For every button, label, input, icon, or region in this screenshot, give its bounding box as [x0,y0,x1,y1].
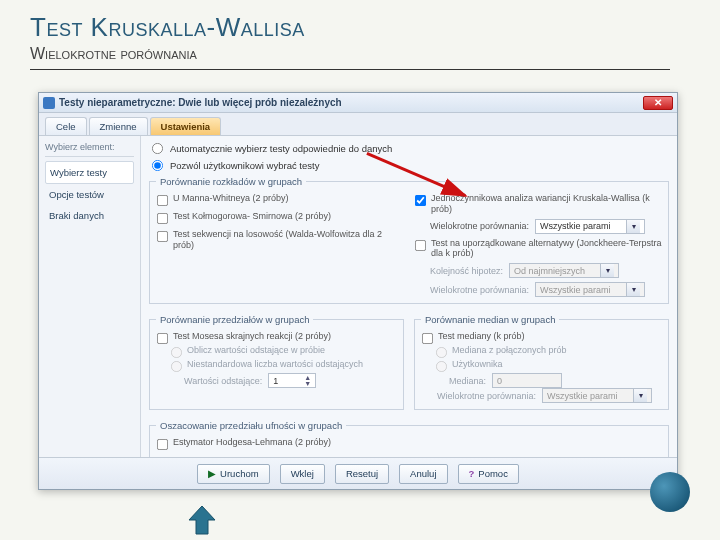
radio-median-pooled-label: Mediana z połączonych prób [452,345,567,356]
radio-median-pooled [436,347,447,358]
close-button[interactable]: ✕ [643,96,673,110]
tab-cele[interactable]: Cele [45,117,87,135]
jt-multicomp-value: Wszystkie parami [540,285,611,295]
chk-hodges-lehman-label: Estymator Hodgesa-Lehmana (2 próby) [173,437,331,448]
moses-outliers-label: Wartości odstające: [184,376,262,386]
jt-hyp-order-label: Kolejność hipotez: [430,266,503,276]
radio-moses-auto [171,347,182,358]
chk-kruskal-wallis[interactable] [415,195,426,206]
main-pane: Automatycznie wybierz testy odpowiednie … [141,136,677,476]
group-medians: Porównanie median w grupach Test mediany… [414,314,669,410]
paste-button[interactable]: Wklej [280,464,325,484]
chk-kolmogorov-label: Test Kołmogorowa- Smirnowa (2 próby) [173,211,331,222]
sidebar-header: Wybierz element: [45,142,134,157]
chk-hodges-lehman[interactable] [157,439,168,450]
help-icon: ? [469,468,475,479]
help-button[interactable]: ?Pomoc [458,464,519,484]
group-ranges: Porównanie przedziałów w grupach Test Mo… [149,314,404,410]
radio-auto-label: Automatycznie wybierz testy odpowiednie … [170,143,392,154]
radio-auto[interactable] [152,143,163,154]
tab-ustawienia[interactable]: Ustawienia [150,117,222,135]
group-distribution-legend: Porównanie rozkładów w grupach [156,176,306,187]
group-confidence-legend: Oszacowanie przedziału ufności w grupach [156,420,346,431]
play-icon: ▶ [208,468,216,479]
sidebar-item-opcje-testow[interactable]: Opcje testów [45,184,134,205]
radio-moses-custom [171,361,182,372]
dialog-window: Testy nieparametryczne: Dwie lub więcej … [38,92,678,490]
chk-moses-label: Test Mosesa skrajnych reakcji (2 próby) [173,331,331,342]
window-title: Testy nieparametryczne: Dwie lub więcej … [59,97,643,108]
tab-bar: Cele Zmienne Ustawienia [39,113,677,136]
median-value-label: Mediana: [449,376,486,386]
median-multicomp-dropdown: Wszystkie parami▾ [542,388,652,403]
chevron-down-icon: ▾ [600,264,614,277]
chk-mann-whitney[interactable] [157,195,168,206]
jt-hyp-order-dropdown: Od najmniejszych▾ [509,263,619,278]
moses-outliers-value: 1 [273,376,278,386]
page-title: Test Kruskalla-Wallisa [30,12,690,43]
radio-median-user-label: Użytkownika [452,359,503,370]
slide-decoration-ball [650,472,690,512]
page-subtitle: Wielokrotne porównania [30,45,670,70]
sidebar-item-braki-danych[interactable]: Braki danych [45,205,134,226]
app-icon [43,97,55,109]
reset-button-label: Resetuj [346,468,378,479]
chk-jonckheere[interactable] [415,240,426,251]
kw-multicomp-label: Wielokrotne porównania: [430,221,529,231]
kw-multicomp-dropdown[interactable]: Wszystkie parami▾ [535,219,645,234]
radio-manual-label: Pozwól użytkownikowi wybrać testy [170,160,319,171]
sidebar: Wybierz element: Wybierz testy Opcje tes… [39,136,141,476]
chk-moses[interactable] [157,333,168,344]
chk-median[interactable] [422,333,433,344]
chk-kolmogorov[interactable] [157,213,168,224]
chk-wald-wolfowitz[interactable] [157,231,168,242]
run-button-label: Uruchom [220,468,259,479]
titlebar: Testy nieparametryczne: Dwie lub więcej … [39,93,677,113]
chk-median-label: Test mediany (k prób) [438,331,525,342]
chevron-down-icon: ▾ [626,220,640,233]
chk-jonckheere-label: Test na uporządkowane alternatywy (Jonck… [431,238,662,260]
cancel-button-label: Anuluj [410,468,436,479]
tab-zmienne[interactable]: Zmienne [89,117,148,135]
chk-kruskal-wallis-label: Jednoczynnikowa analiza wariancji Kruska… [431,193,662,215]
kw-multicomp-value: Wszystkie parami [540,221,611,231]
radio-median-user [436,361,447,372]
run-button[interactable]: ▶Uruchom [197,464,270,484]
group-distribution: Porównanie rozkładów w grupach U Manna-W… [149,176,669,304]
button-bar: ▶Uruchom Wklej Resetuj Anuluj ?Pomoc [39,457,677,489]
chevron-down-icon: ▾ [633,389,647,402]
radio-moses-custom-label: Niestandardowa liczba wartości odstający… [187,359,363,370]
chevron-down-icon: ▾ [626,283,640,296]
radio-moses-auto-label: Oblicz wartości odstające w próbie [187,345,325,356]
jt-multicomp-label: Wielokrotne porównania: [430,285,529,295]
jt-hyp-order-value: Od najmniejszych [514,266,585,276]
radio-manual[interactable] [152,160,163,171]
median-multicomp-value: Wszystkie parami [547,391,618,401]
median-value: 0 [497,376,502,386]
sidebar-item-wybierz-testy[interactable]: Wybierz testy [45,161,134,184]
annotation-arrow-up [185,504,219,536]
chk-wald-wolfowitz-label: Test sekwencji na losowość (Walda-Wolfow… [173,229,404,251]
spinner-icon: ▲▼ [304,375,311,387]
moses-outliers-spinner: 1▲▼ [268,373,316,388]
median-value-input: 0 [492,373,562,388]
group-medians-legend: Porównanie median w grupach [421,314,559,325]
group-confidence: Oszacowanie przedziału ufności w grupach… [149,420,669,458]
help-button-label: Pomoc [478,468,508,479]
jt-multicomp-dropdown: Wszystkie parami▾ [535,282,645,297]
median-multicomp-label: Wielokrotne porównania: [437,391,536,401]
reset-button[interactable]: Resetuj [335,464,389,484]
chk-mann-whitney-label: U Manna-Whitneya (2 próby) [173,193,289,204]
paste-button-label: Wklej [291,468,314,479]
cancel-button[interactable]: Anuluj [399,464,447,484]
group-ranges-legend: Porównanie przedziałów w grupach [156,314,313,325]
